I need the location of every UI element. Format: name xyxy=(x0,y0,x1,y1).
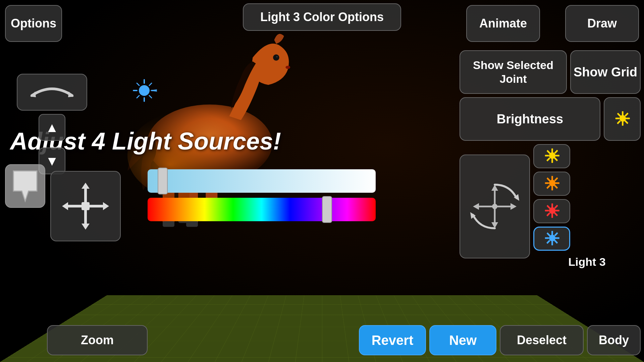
title-box: Light 3 Color Options xyxy=(243,3,401,31)
animate-button[interactable]: Animate xyxy=(466,5,540,42)
draw-button[interactable]: Draw xyxy=(565,5,639,42)
svg-line-19 xyxy=(149,96,152,98)
yellow-sun-icon: ☀ xyxy=(614,108,631,130)
title-bar: Light 3 Color Options xyxy=(243,3,401,31)
yellow-light-icon: ☀ xyxy=(543,145,560,167)
down-big-button[interactable] xyxy=(5,164,45,208)
svg-line-21 xyxy=(137,96,139,98)
svg-point-32 xyxy=(492,204,497,209)
show-grid-button[interactable]: Show Grid xyxy=(570,50,641,94)
blue-light-button[interactable]: ☀ xyxy=(533,227,570,251)
right-panel: Show Selected Joint Show Grid Brightness… xyxy=(460,50,641,268)
svg-line-20 xyxy=(149,83,152,85)
svg-point-1 xyxy=(273,54,279,61)
zoom-button[interactable]: Zoom xyxy=(47,325,148,355)
svg-marker-29 xyxy=(473,203,479,210)
svg-marker-34 xyxy=(30,92,36,97)
svg-marker-39 xyxy=(82,224,90,230)
svg-marker-31 xyxy=(511,203,517,210)
brightness-sun-button[interactable]: ☀ xyxy=(604,97,641,141)
light-source-indicator xyxy=(131,77,158,104)
svg-rect-11 xyxy=(163,221,174,227)
saturation-thumb[interactable] xyxy=(158,168,168,194)
hue-slider[interactable] xyxy=(148,198,376,221)
saturation-slider[interactable] xyxy=(148,169,376,193)
blue-light-icon: ☀ xyxy=(543,228,560,250)
svg-marker-41 xyxy=(62,202,68,210)
left-panel: ▲ ▼ xyxy=(3,74,101,174)
brightness-button[interactable]: Brightness xyxy=(460,97,600,141)
orange-light-button[interactable]: ☀ xyxy=(533,172,570,196)
light-options-col: ☀ ☀ ☀ ☀ Light 3 xyxy=(533,144,641,268)
svg-marker-37 xyxy=(82,183,90,189)
new-button[interactable]: New xyxy=(429,325,496,355)
saturation-slider-container xyxy=(148,169,376,193)
orange-light-icon: ☀ xyxy=(543,173,560,195)
svg-marker-33 xyxy=(68,92,74,97)
svg-line-18 xyxy=(137,83,139,85)
light-controller-row: ☀ ☀ ☀ ☀ Light 3 xyxy=(460,144,641,268)
light-3-label: Light 3 xyxy=(533,255,641,268)
hue-slider-container xyxy=(148,198,376,221)
deselect-button[interactable]: Deselect xyxy=(500,325,584,355)
yellow-light-button[interactable]: ☀ xyxy=(533,144,570,168)
svg-rect-44 xyxy=(82,202,90,210)
revert-button[interactable]: Revert xyxy=(359,325,426,355)
up-arrow-button[interactable]: ▲ xyxy=(39,114,65,141)
body-button[interactable]: Body xyxy=(587,325,641,355)
show-selected-joint-button[interactable]: Show Selected Joint xyxy=(460,50,567,94)
move-button[interactable] xyxy=(50,171,121,241)
red-light-icon: ☀ xyxy=(543,200,560,222)
options-button[interactable]: Options xyxy=(5,5,62,42)
svg-point-3 xyxy=(285,66,290,69)
svg-marker-35 xyxy=(13,171,37,201)
brightness-row: Brightness ☀ xyxy=(460,97,641,141)
svg-point-2 xyxy=(276,56,278,58)
sliders-area xyxy=(148,169,376,221)
red-light-button[interactable]: ☀ xyxy=(533,199,570,223)
light-rotate-widget[interactable] xyxy=(460,155,530,258)
svg-marker-43 xyxy=(103,202,109,210)
svg-point-13 xyxy=(139,85,150,96)
hue-thumb[interactable] xyxy=(322,196,332,223)
bottom-right-buttons: Revert New Deselect Body xyxy=(359,325,641,355)
top-buttons-row: Show Selected Joint Show Grid xyxy=(460,50,641,94)
rotate-button[interactable] xyxy=(17,74,87,111)
